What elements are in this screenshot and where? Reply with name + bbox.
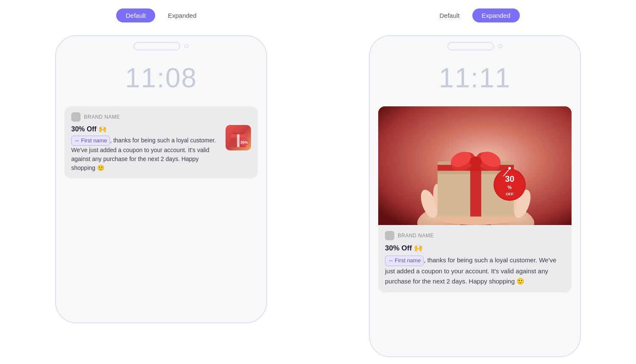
right-phone-content: 30 % OFF BRAND NAME 30% Off 🙌 (370, 106, 580, 356)
left-perso-icon: ↔ (74, 136, 80, 145)
left-notif-body: 30% Off 🙌 ↔ First name , thanks for bein… (71, 125, 251, 172)
left-tab-bar: Default Expanded (116, 8, 206, 22)
right-tab-bar: Default Expanded (430, 8, 519, 22)
left-tab-default[interactable]: Default (116, 8, 155, 22)
left-personalization-tag: ↔ First name (71, 136, 110, 146)
left-notif-thumbnail: 30% (226, 125, 251, 150)
right-first-name-label: First name (395, 256, 421, 265)
left-notif-app-icon (71, 112, 81, 122)
left-notif-header: BRAND NAME (71, 112, 251, 122)
left-first-name-label: First name (81, 136, 107, 145)
right-notification-card: 30 % OFF BRAND NAME 30% Off 🙌 (378, 106, 572, 292)
svg-text:%: % (508, 185, 512, 190)
svg-text:30: 30 (505, 174, 514, 183)
right-notif-title: 30% Off 🙌 (385, 244, 565, 253)
left-tab-expanded[interactable]: Expanded (159, 8, 206, 22)
left-phone-camera (184, 44, 189, 48)
gift-icon-small: 30% (226, 126, 250, 150)
left-notif-title: 30% Off 🙌 (71, 125, 220, 133)
svg-text:OFF: OFF (506, 192, 513, 196)
left-phone-notch (134, 42, 180, 50)
left-notification-card: BRAND NAME 30% Off 🙌 ↔ First name , than… (64, 106, 258, 178)
gift-hero-image: 30 % OFF (378, 106, 572, 225)
left-panel: Default Expanded 11:08 BRAND NAME 30% Of… (17, 8, 305, 323)
left-phone-mockup: 11:08 BRAND NAME 30% Off 🙌 ↔ First name … (55, 35, 267, 323)
right-personalization-tag: ↔ First name (385, 256, 424, 266)
right-phone-camera (498, 44, 502, 48)
right-phone-mockup: 11:11 (369, 35, 581, 357)
right-phone-notch (447, 42, 494, 50)
right-notif-app-icon (385, 231, 394, 240)
left-notif-app-name: BRAND NAME (84, 114, 120, 120)
right-tab-default[interactable]: Default (430, 8, 469, 22)
svg-text:30%: 30% (240, 140, 248, 144)
right-notif-app-name: BRAND NAME (398, 233, 434, 239)
svg-rect-2 (237, 134, 240, 147)
right-perso-icon: ↔ (388, 256, 393, 265)
right-notif-header: BRAND NAME (385, 231, 565, 240)
left-notif-text-area: 30% Off 🙌 ↔ First name , thanks for bein… (71, 125, 220, 172)
svg-point-34 (508, 167, 511, 169)
svg-point-27 (470, 156, 482, 167)
right-panel: Default Expanded 11:11 (331, 8, 619, 357)
right-tab-expanded[interactable]: Expanded (472, 8, 520, 22)
right-phone-notch-area (370, 36, 580, 54)
right-notif-message: ↔ First name , thanks for being such a l… (385, 255, 565, 286)
left-phone-content: BRAND NAME 30% Off 🙌 ↔ First name , than… (56, 106, 266, 322)
left-notif-message: ↔ First name , thanks for being such a l… (71, 136, 220, 172)
right-notif-image: 30 % OFF (378, 106, 572, 225)
left-phone-time: 11:08 (125, 62, 197, 94)
right-notif-bottom: BRAND NAME 30% Off 🙌 ↔ First name , than… (378, 225, 572, 292)
left-phone-notch-area (56, 36, 266, 54)
right-phone-time: 11:11 (439, 62, 511, 94)
